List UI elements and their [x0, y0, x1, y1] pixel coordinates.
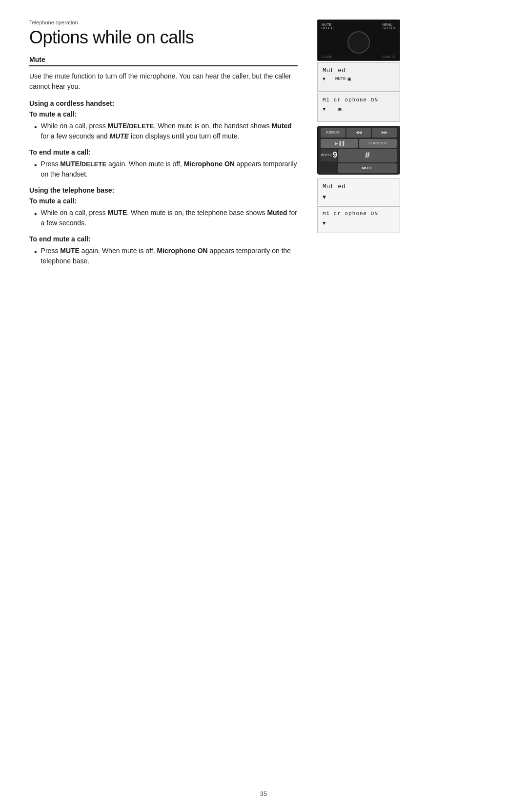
base-device-panel: REPEAT ◀◀ ▶▶ ▶▐▐ PLAY/STOP WXYZ 9 — [317, 126, 400, 175]
handset-mic-screen: Mi cr ophone ON ▼ ▣ — [317, 93, 400, 122]
end-mute-heading: To end mute a call: — [29, 148, 298, 156]
mic-on-text: Mi cr ophone ON — [323, 97, 395, 103]
base-heading: Using the telephone base: — [29, 186, 298, 194]
repeat-btn: REPEAT — [321, 128, 345, 138]
base-mute-bullet: • While on a call, press MUTE. When mute… — [29, 208, 298, 228]
mic-arrow-icon: ▼ — [323, 106, 326, 112]
end-mute-text: Press MUTE/DELETE again. When mute is of… — [41, 159, 298, 179]
mute-key: MUTE — [362, 166, 373, 170]
base-end-text: Press MUTE again. When mute is off, Micr… — [41, 246, 298, 266]
top-controls: REPEAT ◀◀ ▶▶ — [321, 128, 397, 138]
handset-panel: MUTEDELETE MENUSELECT FLASH CANCEL — [317, 20, 400, 61]
mute-delete-label: MUTEDELETE — [322, 23, 335, 30]
panel-bottom-labels: FLASH CANCEL — [322, 55, 396, 59]
cordless-heading: Using a cordless handset: — [29, 99, 298, 107]
page-title: Options while on calls — [29, 27, 298, 48]
panel-circle — [347, 31, 370, 54]
muted-text: Mut ed — [323, 67, 395, 74]
base-mute-text: While on a call, press MUTE. When mute i… — [41, 208, 298, 228]
bullet-dot-4: • — [34, 246, 37, 258]
bullet-dot-3: • — [34, 208, 37, 220]
intro-text: Use the mute function to turn off the mi… — [29, 71, 298, 92]
base-muted-screen: Mut ed ▼ — [317, 178, 400, 205]
media-btns: ▶▐▐ PLAY/STOP — [321, 139, 397, 148]
base-mic-text: Mi cr ophone ON — [323, 211, 395, 217]
play-stop-btn: PLAY/STOP — [359, 139, 397, 148]
section-label: Telephone operation — [29, 20, 298, 25]
end-mute-bullet: • Press MUTE/DELETE again. When mute is … — [29, 159, 298, 179]
handset-muted-screen: Mut ed ▼ MUTE ▣ — [317, 62, 400, 92]
bullet-dot: • — [34, 121, 37, 133]
mute-box-icon: ▣ — [348, 76, 351, 82]
base-end-bullet: • Press MUTE again. When mute is off, Mi… — [29, 246, 298, 266]
base-mic-screen: Mi cr ophone ON ▼ — [317, 206, 400, 233]
base-mic-arrow: ▼ — [323, 220, 395, 226]
cancel-label: CANCEL — [382, 55, 396, 59]
mic-arrow-row: ▼ ▣ — [323, 106, 395, 112]
mute-section: Mute Use the mute function to turn off t… — [29, 56, 298, 266]
mute-heading: Mute — [29, 56, 298, 66]
rewind-btn: ◀◀ — [346, 128, 371, 138]
arrow-down-icon: ▼ — [323, 77, 325, 82]
keypad-row: WXYZ 9 # MUTE — [321, 149, 397, 173]
mute-call-text: While on a call, press MUTE/DELETE. When… — [41, 121, 298, 141]
mute-label: MUTE — [335, 77, 346, 81]
menu-select-label: MENUSELECT — [383, 23, 396, 30]
base-mute-heading: To mute a call: — [29, 197, 298, 205]
key-9: WXYZ 9 — [321, 149, 337, 161]
page-number: 35 — [260, 790, 267, 797]
hash-key: # — [365, 150, 370, 160]
base-end-heading: To end mute a call: — [29, 235, 298, 243]
bullet-dot-2: • — [34, 159, 37, 171]
mic-box-icon: ▣ — [338, 106, 342, 112]
panel-top-labels: MUTEDELETE MENUSELECT — [322, 23, 396, 30]
base-muted-arrow: ▼ — [323, 194, 395, 201]
mute-call-bullet: • While on a call, press MUTE/DELETE. Wh… — [29, 121, 298, 141]
flash-label: FLASH — [322, 55, 333, 59]
base-muted-text: Mut ed — [323, 183, 395, 190]
ffwd-btn: ▶▶ — [372, 128, 397, 138]
mute-icon-row: ▼ MUTE ▣ — [323, 76, 395, 82]
play-pause-btn: ▶▐▐ — [321, 139, 358, 148]
mute-call-heading: To mute a call: — [29, 110, 298, 118]
